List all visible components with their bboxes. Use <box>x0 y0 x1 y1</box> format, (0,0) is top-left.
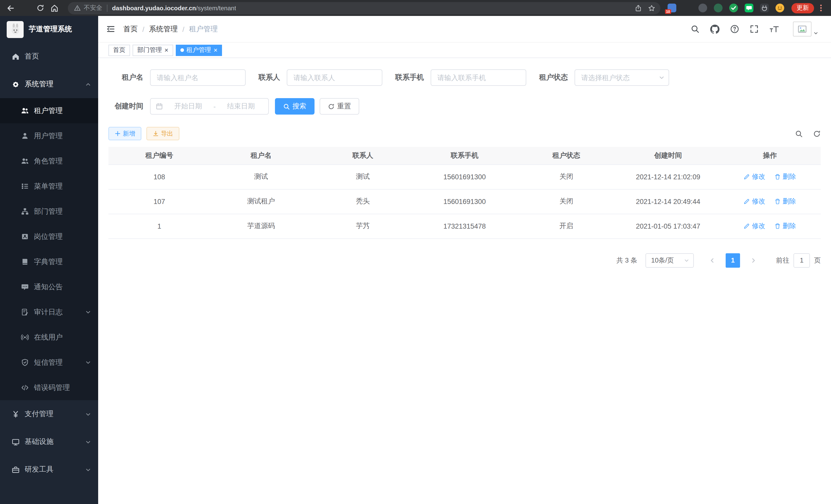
export-button[interactable]: 导出 <box>146 127 179 140</box>
edit-link[interactable]: 修改 <box>744 197 765 206</box>
browser-back-button[interactable] <box>3 1 18 14</box>
sidebar-item-menu[interactable]: 菜单管理 <box>0 174 98 199</box>
sidebar-item-dept[interactable]: 部门管理 <box>0 199 98 224</box>
field-status: 租户状态 <box>539 69 669 86</box>
edit-link[interactable]: 修改 <box>744 221 765 231</box>
status-select-input[interactable] <box>575 69 669 86</box>
next-page-button[interactable] <box>746 253 761 267</box>
page-size-select[interactable]: 10条/页 <box>646 253 694 267</box>
goto-page-input[interactable] <box>794 253 810 267</box>
prev-page-button[interactable] <box>705 253 719 267</box>
extension-icon-diamond[interactable] <box>683 4 692 12</box>
address-bar[interactable]: 不安全 dashboard.yudao.iocoder.cn/system/te… <box>68 2 660 14</box>
toolbar-right <box>795 130 821 138</box>
search-button[interactable]: 搜索 <box>275 98 315 115</box>
close-icon[interactable]: × <box>165 47 168 53</box>
extension-icon-emoji[interactable] <box>775 4 784 12</box>
extension-icon-green-check[interactable] <box>729 4 738 12</box>
extension-icon-plug[interactable] <box>760 4 769 12</box>
calendar-icon <box>156 103 163 110</box>
delete-link[interactable]: 删除 <box>774 221 796 231</box>
tenant-name-input[interactable] <box>150 69 246 86</box>
browser-reload-button[interactable] <box>33 1 47 14</box>
browser-home-button[interactable] <box>47 1 62 14</box>
extension-icon-darkgreen[interactable] <box>714 4 722 12</box>
font-size-button[interactable] <box>769 25 779 33</box>
add-button[interactable]: 新增 <box>109 127 141 140</box>
table-row: 108 测试 测试 15601691300 关闭 2021-12-14 21:0… <box>109 165 821 189</box>
sidebar-item-label: 短信管理 <box>34 358 63 367</box>
sidebar-item-error-code[interactable]: 错误码管理 <box>0 375 98 400</box>
reset-button[interactable]: 重置 <box>320 98 359 115</box>
tenant-table: 租户编号 租户名 联系人 联系手机 租户状态 创建时间 操作 108 测试 <box>109 147 821 239</box>
fullscreen-button[interactable] <box>750 25 758 33</box>
delete-link[interactable]: 删除 <box>774 197 796 206</box>
share-button[interactable] <box>632 1 645 14</box>
sidebar-item-tenant[interactable]: 租户管理 <box>0 98 98 123</box>
chevron-down-icon <box>85 411 91 417</box>
sidebar-item-role[interactable]: 角色管理 <box>0 148 98 174</box>
sidebar-item-label: 错误码管理 <box>34 383 70 392</box>
tab-tenant[interactable]: 租户管理× <box>175 45 222 56</box>
sidebar-item-payment[interactable]: 支付管理 <box>0 400 98 428</box>
kebab-dot <box>820 7 822 9</box>
sidebar-item-label: 角色管理 <box>34 156 63 166</box>
sidebar-item-dict[interactable]: 字典管理 <box>0 249 98 274</box>
cell-phone: 15601691300 <box>414 189 515 214</box>
sidebar-item-online-user[interactable]: 在线用户 <box>0 325 98 350</box>
contact-input[interactable] <box>287 69 382 86</box>
bookmark-button[interactable] <box>645 1 658 14</box>
sidebar-item-home[interactable]: 首页 <box>0 42 98 70</box>
edit-link[interactable]: 修改 <box>744 172 765 181</box>
col-created: 创建时间 <box>617 147 719 165</box>
cell-actions: 修改 删除 <box>719 214 821 238</box>
page-number-1[interactable]: 1 <box>726 253 740 267</box>
plus-icon <box>115 130 121 137</box>
sidebar-fold-button[interactable] <box>106 25 115 33</box>
date-range-picker[interactable]: 开始日期 - 结束日期 <box>150 98 269 115</box>
browser-update-button[interactable]: 更新 <box>792 3 814 13</box>
sidebar-item-infra[interactable]: 基础设施 <box>0 428 98 456</box>
goto-label: 前往 <box>776 256 790 265</box>
chevron-down-icon <box>85 467 91 472</box>
sidebar-logo[interactable]: 芋道管理系统 <box>0 16 98 42</box>
browser-menu-button[interactable] <box>816 3 826 13</box>
sidebar-item-audit-log[interactable]: 审计日志 <box>0 299 98 325</box>
header-search-button[interactable] <box>691 25 699 33</box>
col-actions: 操作 <box>719 147 821 165</box>
cell-contact: 测试 <box>312 165 414 189</box>
cell-created: 2021-12-14 21:02:09 <box>617 165 719 189</box>
tab-home[interactable]: 首页 <box>109 45 130 56</box>
sidebar-item-post[interactable]: 岗位管理 <box>0 224 98 249</box>
sidebar-item-notice[interactable]: 通知公告 <box>0 274 98 299</box>
security-label: 不安全 <box>84 4 102 12</box>
table-header: 租户编号 租户名 联系人 联系手机 租户状态 创建时间 操作 <box>109 147 821 165</box>
sidebar-item-system[interactable]: 系统管理 <box>0 70 98 98</box>
col-contact: 联系人 <box>312 147 414 165</box>
date-separator: - <box>213 102 216 110</box>
extension-icon-badged[interactable]: 10 <box>667 4 676 12</box>
extension-icon-wechat[interactable] <box>745 4 753 12</box>
fold-icon <box>106 25 115 33</box>
phone-input[interactable] <box>431 69 526 86</box>
user-menu[interactable] <box>793 22 818 36</box>
status-select[interactable] <box>575 69 669 86</box>
github-icon <box>710 24 719 34</box>
toggle-search-button[interactable] <box>795 130 803 138</box>
sidebar-item-devtools[interactable]: 研发工具 <box>0 456 98 483</box>
breadcrumb-home[interactable]: 首页 <box>123 24 138 34</box>
sidebar-item-user[interactable]: 用户管理 <box>0 123 98 148</box>
tab-dept[interactable]: 部门管理× <box>133 45 173 56</box>
github-button[interactable] <box>710 24 719 34</box>
sidebar-item-sms[interactable]: 短信管理 <box>0 350 98 375</box>
check-icon <box>729 4 738 12</box>
breadcrumb-system[interactable]: 系统管理 <box>149 24 178 34</box>
filter-row-2: 创建时间 开始日期 - 结束日期 搜索 重置 <box>109 98 821 115</box>
close-icon[interactable]: × <box>213 47 218 53</box>
edit-icon <box>744 174 750 180</box>
contact-label: 联系人 <box>258 73 280 82</box>
delete-link[interactable]: 删除 <box>774 172 796 181</box>
help-button[interactable] <box>730 25 739 33</box>
extension-icon-gray[interactable] <box>698 4 707 12</box>
refresh-table-button[interactable] <box>813 130 821 138</box>
